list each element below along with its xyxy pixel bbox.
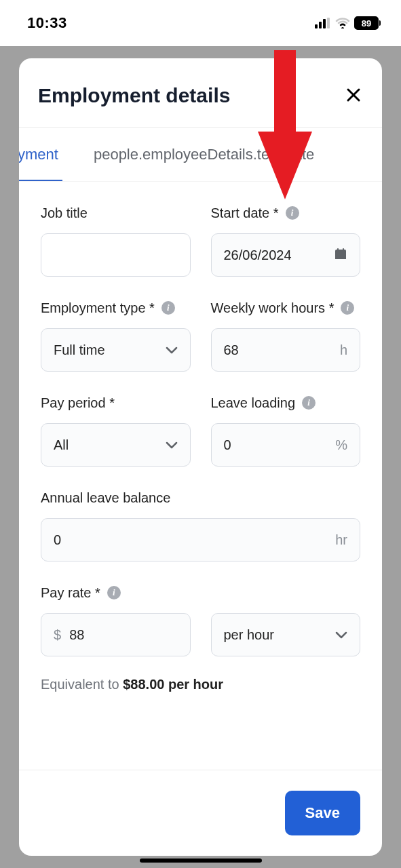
tab-template[interactable]: people.employeeDetails.template xyxy=(90,128,318,181)
weekly-hours-input[interactable]: 68 h xyxy=(211,328,361,372)
info-icon[interactable]: i xyxy=(302,396,316,410)
weekly-hours-value: 68 xyxy=(224,342,340,358)
svg-rect-7 xyxy=(343,248,344,251)
battery-icon: 89 xyxy=(354,16,381,30)
annual-leave-input[interactable]: 0 hr xyxy=(41,518,360,561)
info-icon[interactable]: i xyxy=(107,586,121,599)
equivalent-text: Equivalent to $88.00 per hour xyxy=(41,677,360,692)
employment-details-modal: Employment details yment people.employee… xyxy=(19,58,382,856)
annual-leave-unit: hr xyxy=(335,532,347,548)
pay-rate-input[interactable]: $ 88 xyxy=(41,613,191,656)
pay-period-select[interactable]: All xyxy=(41,423,191,467)
employment-type-label: Employment type * xyxy=(41,300,155,316)
equivalent-amount: $88.00 per hour xyxy=(123,677,223,692)
field-job-title: Job title xyxy=(41,202,191,277)
close-icon xyxy=(345,87,362,105)
pay-rate-unit-value: per hour xyxy=(224,627,336,643)
svg-rect-6 xyxy=(337,248,339,251)
pay-rate-unit-select[interactable]: per hour xyxy=(211,613,361,656)
modal-footer: Save xyxy=(19,770,382,856)
close-button[interactable] xyxy=(344,86,363,105)
svg-rect-2 xyxy=(323,19,326,28)
weekly-hours-unit: h xyxy=(340,342,347,358)
field-leave-loading: Leave loading i 0 % xyxy=(211,392,361,467)
pay-period-label: Pay period * xyxy=(41,395,115,411)
save-button[interactable]: Save xyxy=(285,791,360,835)
modal-backdrop: Employment details yment people.employee… xyxy=(0,46,401,868)
info-icon[interactable]: i xyxy=(161,301,175,315)
start-date-input[interactable]: 26/06/2024 xyxy=(211,233,361,277)
form: Job title Start date * i 26/06/2024 xyxy=(19,182,382,770)
chevron-down-icon xyxy=(166,342,178,358)
field-weekly-hours: Weekly work hours * i 68 h xyxy=(211,297,361,372)
field-pay-period: Pay period * All xyxy=(41,392,191,467)
status-bar: 10:33 89 xyxy=(0,0,401,46)
svg-rect-5 xyxy=(335,252,346,259)
pay-rate-prefix: $ xyxy=(54,627,61,643)
cellular-signal-icon xyxy=(315,18,331,28)
battery-level: 89 xyxy=(354,16,379,30)
leave-loading-input[interactable]: 0 % xyxy=(211,423,361,467)
modal-title: Employment details xyxy=(38,84,230,107)
annual-leave-value: 0 xyxy=(54,532,335,548)
employment-type-value: Full time xyxy=(54,342,166,358)
status-icons: 89 xyxy=(315,16,381,30)
tab-employment[interactable]: yment xyxy=(19,128,62,181)
pay-rate-label: Pay rate * xyxy=(41,585,100,601)
status-time: 10:33 xyxy=(27,14,67,32)
pay-rate-value: 88 xyxy=(69,627,177,643)
tabs: yment people.employeeDetails.template xyxy=(19,127,382,182)
field-start-date: Start date * i 26/06/2024 xyxy=(211,202,361,277)
weekly-hours-label: Weekly work hours * xyxy=(211,300,335,316)
equivalent-prefix: Equivalent to xyxy=(41,677,123,692)
pay-period-value: All xyxy=(54,437,166,453)
job-title-input[interactable] xyxy=(41,233,191,277)
field-employment-type: Employment type * i Full time xyxy=(41,297,191,372)
modal-header: Employment details xyxy=(19,58,382,127)
leave-loading-value: 0 xyxy=(224,437,336,453)
leave-loading-label: Leave loading xyxy=(211,395,296,411)
info-icon[interactable]: i xyxy=(341,301,354,315)
employment-type-select[interactable]: Full time xyxy=(41,328,191,372)
home-indicator[interactable] xyxy=(140,859,262,863)
annual-leave-label: Annual leave balance xyxy=(41,490,170,506)
leave-loading-unit: % xyxy=(335,437,347,453)
calendar-icon xyxy=(334,247,347,264)
svg-rect-0 xyxy=(315,24,318,28)
info-icon[interactable]: i xyxy=(286,206,299,220)
start-date-value: 26/06/2024 xyxy=(224,248,335,263)
svg-rect-3 xyxy=(327,18,330,28)
wifi-icon xyxy=(335,18,350,28)
field-annual-leave: Annual leave balance 0 hr xyxy=(41,487,360,561)
field-pay-rate: Pay rate * i $ 88 xyxy=(41,582,191,656)
start-date-label: Start date * xyxy=(211,205,279,221)
chevron-down-icon xyxy=(166,437,178,453)
job-title-label: Job title xyxy=(41,205,88,221)
chevron-down-icon xyxy=(335,627,347,643)
svg-rect-1 xyxy=(319,22,322,28)
field-pay-rate-unit: per hour xyxy=(211,582,361,656)
